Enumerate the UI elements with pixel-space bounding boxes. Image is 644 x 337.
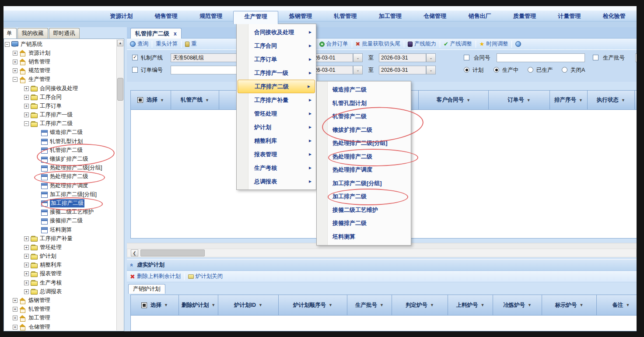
tree-expander-icon[interactable]	[5, 42, 10, 47]
tree-expander-icon[interactable]	[24, 112, 29, 117]
chevron-down-icon[interactable]: ⌄	[353, 53, 363, 62]
menu-item[interactable]: 管坯处理	[237, 107, 316, 120]
menubar-item[interactable]: 销售出厂	[457, 11, 502, 21]
filter-funnel-icon[interactable]: ▼	[527, 98, 531, 102]
tree-item[interactable]: 管坯处理	[4, 243, 124, 252]
tree-item[interactable]: 报表管理	[4, 270, 124, 278]
tree-expander-icon[interactable]	[13, 60, 18, 64]
filter-funnel-icon[interactable]: ▼	[466, 98, 470, 102]
collapse-icon[interactable]: «	[129, 263, 135, 267]
tree-item[interactable]: 加工排产二级	[4, 199, 124, 207]
tree-expander-icon[interactable]	[24, 245, 29, 250]
filter-funnel-icon[interactable]: ▼	[329, 303, 332, 307]
tree-item[interactable]: 合同接收及处理	[4, 84, 124, 93]
chevron-down-icon[interactable]: ⌄	[426, 66, 436, 74]
tree-item[interactable]: 轧管管理	[4, 305, 124, 314]
menu-item[interactable]: 工序排产二级	[238, 80, 315, 93]
tree-item[interactable]: 接箍二级工艺维护	[4, 208, 124, 217]
delete-recalc-button[interactable]: 重	[182, 40, 200, 48]
menu-item[interactable]: 工序排产一级	[237, 66, 316, 80]
close-icon[interactable]: x	[174, 31, 177, 37]
tree-item[interactable]: 产销系统	[4, 40, 124, 49]
filter-funnel-icon[interactable]: ▼	[259, 303, 262, 307]
column-header[interactable]: ▼	[635, 91, 637, 109]
tree-item[interactable]: 炉计划	[4, 252, 124, 261]
tree-scrollbar[interactable]: ▲	[116, 39, 123, 330]
tree-expander-icon[interactable]	[24, 289, 29, 294]
filter-funnel-icon[interactable]: ▼	[430, 303, 434, 307]
submenu-item[interactable]: 轧管孔型计划	[317, 97, 411, 110]
menubar-item[interactable]: 计量管理	[547, 11, 592, 21]
close-furnace-plan-button[interactable]: 炉计划关闭	[185, 273, 226, 280]
column-header[interactable]: 删除炉计划 ▼	[179, 295, 218, 315]
tree-expander-icon[interactable]	[13, 325, 18, 330]
column-header[interactable]: 上料炉号 ▼	[448, 295, 493, 315]
filter-funnel-icon[interactable]: ▼	[481, 303, 485, 307]
submenu-item[interactable]: 加工排产二级[分组]	[317, 177, 411, 190]
submenu-item[interactable]: 坯料测算	[317, 230, 411, 244]
menubar-item[interactable]: 销售管理	[144, 11, 188, 21]
tab-rolling-schedule[interactable]: 轧管排产二级 x	[130, 28, 182, 39]
tree-expander-icon[interactable]	[24, 121, 29, 126]
sidebar-tab[interactable]: 即时通讯	[49, 28, 80, 39]
column-header[interactable]: 轧管产线 ▼	[171, 91, 219, 109]
scroll-up-icon[interactable]: ▲	[117, 40, 123, 46]
tree-expander-icon[interactable]	[13, 77, 18, 82]
tree-expander-icon[interactable]	[13, 316, 18, 320]
query-button[interactable]: 查询	[127, 40, 151, 48]
menubar-item[interactable]: 炼钢管理	[278, 11, 323, 21]
tree-item[interactable]: 仓储管理	[4, 323, 124, 331]
menu-item[interactable]: 炉计划	[237, 120, 316, 134]
filter-funnel-icon[interactable]: ▼	[528, 303, 532, 307]
tree-item[interactable]: 轧管孔型计划	[4, 137, 124, 146]
tree-expander-icon[interactable]	[24, 263, 29, 267]
globe-button[interactable]	[512, 41, 526, 47]
tree-item[interactable]: 热处理排产调度	[4, 181, 124, 190]
select-all-checkbox[interactable]	[141, 302, 147, 308]
filter-funnel-icon[interactable]: ▼	[205, 98, 209, 102]
menubar-item[interactable]: 仓储管理	[413, 11, 457, 21]
column-header[interactable]: 标示炉号 ▼	[542, 295, 597, 315]
tree-item[interactable]: 锻造排产二级	[4, 128, 124, 137]
order-checkbox[interactable]	[132, 67, 138, 73]
date-to-1[interactable]: 2026-03-31	[379, 53, 426, 62]
furnace-grid-body[interactable]	[131, 316, 637, 331]
sidebar-tab[interactable]: 单	[4, 28, 17, 39]
tree-item[interactable]: 工序排产补量	[4, 234, 124, 243]
tree-item[interactable]: 热处理排产二级	[4, 172, 124, 181]
radio-produced[interactable]	[528, 67, 533, 73]
contract-checkbox[interactable]	[464, 55, 469, 60]
tree-expander-icon[interactable]	[24, 281, 29, 285]
tree-item[interactable]: 加工管理	[4, 314, 124, 323]
tree-item[interactable]: 工序合同	[4, 93, 124, 102]
submenu-item[interactable]: 热处理排产调度	[317, 163, 411, 177]
column-header[interactable]: 客户合同号 ▼	[419, 91, 489, 109]
tree-expander-icon[interactable]	[24, 254, 29, 259]
contract-input[interactable]	[497, 53, 585, 62]
column-header[interactable]: 冶炼炉号 ▼	[493, 295, 542, 315]
tree-item[interactable]: 接箍排产二级	[4, 217, 124, 225]
sidebar-tab[interactable]: 我的收藏	[18, 28, 48, 39]
filter-funnel-icon[interactable]: ▼	[160, 98, 164, 102]
tree-expander-icon[interactable]	[24, 236, 29, 241]
column-header[interactable]: 生产批号 ▼	[347, 295, 392, 315]
submenu-item[interactable]: 接箍二级工艺维护	[317, 204, 411, 217]
menubar-item[interactable]: 质量管理	[502, 11, 547, 21]
menubar-item[interactable]: 生产管理	[233, 11, 278, 24]
menubar-item[interactable]: 资源计划	[99, 11, 144, 21]
batch-checkbox[interactable]	[593, 55, 598, 60]
tree-item[interactable]: 资源计划	[4, 49, 124, 57]
tree-item[interactable]: 销售管理	[4, 57, 124, 66]
submenu-item[interactable]: 轧管排产二级	[317, 110, 411, 123]
tree-item[interactable]: 工序排产二级	[4, 119, 124, 128]
filter-funnel-icon[interactable]: ▼	[380, 303, 384, 307]
column-header[interactable]: 选择 ▼	[131, 91, 171, 109]
filter-funnel-icon[interactable]: ▼	[621, 98, 625, 102]
tree-expander-icon[interactable]	[13, 298, 18, 303]
line-capacity-button[interactable]: 产线能力	[405, 40, 439, 48]
column-header[interactable]: 判定炉号 ▼	[392, 295, 448, 315]
tree-item[interactable]: 规范管理	[4, 67, 124, 75]
menu-item[interactable]: 总调报表	[237, 175, 316, 188]
tree-item[interactable]: 热处理排产二级[分组]	[4, 164, 124, 172]
tree-item[interactable]: 镦拔扩排产二级	[4, 154, 124, 163]
